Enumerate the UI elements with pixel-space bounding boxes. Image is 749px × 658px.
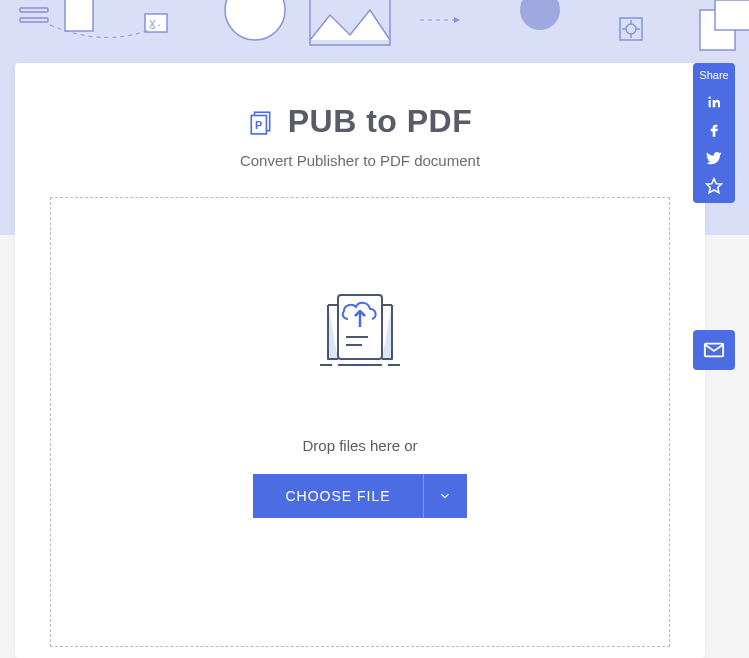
share-panel: Share	[693, 63, 735, 203]
chevron-down-icon	[438, 489, 452, 503]
svg-marker-28	[707, 179, 722, 193]
title-row: P PUB to PDF	[15, 103, 705, 140]
feedback-button[interactable]	[693, 330, 735, 370]
choose-file-button[interactable]: CHOOSE FILE	[253, 474, 422, 518]
star-icon[interactable]	[705, 177, 723, 195]
choose-file-dropdown[interactable]	[423, 474, 467, 518]
facebook-icon[interactable]	[705, 121, 723, 139]
drop-instruction: Drop files here or	[302, 437, 417, 454]
svg-rect-3	[65, 0, 93, 31]
svg-rect-16	[715, 0, 749, 30]
share-label: Share	[699, 67, 728, 83]
twitter-icon[interactable]	[705, 149, 723, 167]
page-title: PUB to PDF	[288, 103, 473, 140]
main-card: P PUB to PDF Convert Publisher to PDF do…	[15, 63, 705, 658]
linkedin-icon[interactable]	[705, 93, 723, 111]
choose-file-group: CHOOSE FILE	[253, 474, 466, 518]
page-subtitle: Convert Publisher to PDF document	[15, 152, 705, 169]
mail-icon	[703, 339, 725, 361]
pub-icon: P	[248, 109, 274, 135]
file-dropzone[interactable]: Drop files here or CHOOSE FILE	[50, 197, 670, 647]
svg-text:P: P	[255, 118, 262, 130]
upload-illustration-icon	[310, 287, 410, 377]
